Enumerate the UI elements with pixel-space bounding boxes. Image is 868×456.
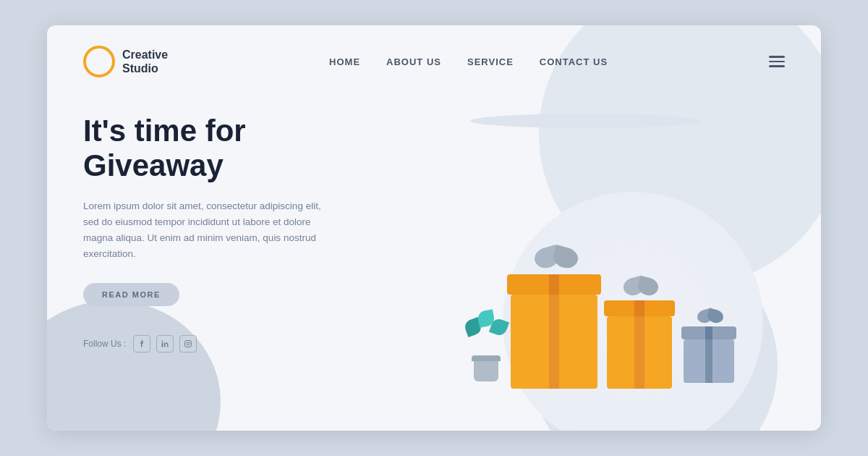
bow-right	[551, 245, 580, 271]
hero-illustration	[387, 114, 785, 389]
gift-large-body	[511, 295, 597, 389]
nav-link-service[interactable]: SERVICE	[467, 56, 514, 67]
instagram-icon[interactable]	[179, 335, 197, 352]
nav-link-about[interactable]: ABOUT US	[386, 56, 441, 67]
brand-name-line2: Studio	[122, 62, 168, 75]
hero-title: It's time for Giveaway	[83, 114, 387, 184]
nav-item-contact[interactable]: CONTACT US	[540, 55, 608, 68]
social-icons-group	[133, 335, 197, 352]
bow-right	[637, 276, 660, 297]
hero-description: Lorem ipsum dolor sit amet, consectetur …	[83, 198, 329, 263]
bow-right	[706, 308, 725, 324]
linkedin-icon[interactable]	[156, 335, 174, 352]
nav-link-home[interactable]: HOME	[329, 56, 360, 67]
gift-large-lid	[507, 274, 601, 295]
gift-large-bow	[531, 248, 582, 274]
gift-small-lid	[681, 326, 736, 339]
plant-leaves	[472, 318, 501, 354]
plant-pot	[474, 361, 498, 381]
gift-medium-lid	[604, 300, 675, 316]
gift-small	[684, 326, 736, 383]
gift-ribbon-body	[634, 316, 644, 389]
hero-left-content: It's time for Giveaway Lorem ipsum dolor…	[83, 114, 387, 352]
plant-soil	[472, 355, 501, 361]
nav-item-home[interactable]: HOME	[329, 55, 360, 68]
gift-ribbon-lid	[705, 326, 712, 339]
gift-medium-body	[607, 316, 672, 389]
gift-large	[511, 274, 601, 389]
nav-item-service[interactable]: SERVICE	[467, 55, 514, 68]
navbar: Creative Studio HOME ABOUT US SERVICE CO…	[47, 25, 821, 77]
gift-ribbon-body	[705, 339, 712, 383]
logo-text: Creative Studio	[122, 48, 168, 75]
read-more-button[interactable]: READ MORE	[83, 283, 179, 306]
svg-point-1	[162, 340, 163, 342]
main-container: Creative Studio HOME ABOUT US SERVICE CO…	[47, 25, 821, 431]
hamburger-menu-icon[interactable]	[769, 56, 785, 67]
logo-circle-icon	[83, 46, 115, 77]
plant-decoration	[472, 318, 501, 381]
gift-small-bow	[694, 311, 726, 326]
nav-links: HOME ABOUT US SERVICE CONTACT US	[329, 55, 608, 68]
ground-shadow	[470, 114, 702, 128]
svg-point-3	[187, 342, 190, 345]
facebook-icon[interactable]	[133, 335, 150, 352]
nav-link-contact[interactable]: CONTACT US	[540, 56, 608, 67]
nav-item-about[interactable]: ABOUT US	[386, 55, 441, 68]
follow-us-section: Follow Us :	[83, 335, 387, 352]
logo: Creative Studio	[83, 46, 168, 77]
gift-medium	[607, 300, 675, 389]
follow-label: Follow Us :	[83, 339, 126, 349]
hero-section: It's time for Giveaway Lorem ipsum dolor…	[47, 77, 821, 389]
gift-ribbon-lid	[549, 274, 559, 295]
brand-name-line1: Creative	[122, 48, 168, 62]
svg-point-4	[190, 342, 190, 342]
gift-ribbon-lid	[634, 300, 644, 316]
svg-rect-0	[162, 342, 163, 347]
gifts-scene	[423, 274, 785, 389]
gift-small-body	[684, 339, 734, 383]
gift-ribbon-body	[549, 295, 559, 389]
svg-rect-2	[185, 340, 192, 347]
